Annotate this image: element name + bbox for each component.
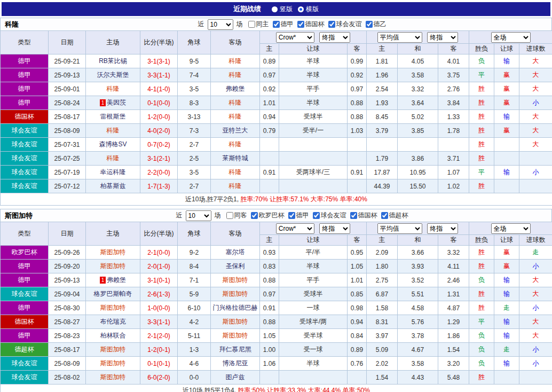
team-link[interactable]: 斯图加特 bbox=[100, 359, 126, 367]
away-team[interactable]: 圣保利 bbox=[211, 260, 260, 273]
team-link[interactable]: 亚特兰大 bbox=[223, 127, 248, 134]
home-team[interactable]: 森博格SV bbox=[86, 138, 140, 152]
away-team[interactable]: 科隆 bbox=[211, 166, 260, 179]
away-team[interactable]: 莱斯特城 bbox=[211, 152, 260, 166]
team-link[interactable]: 门兴格拉德巴赫 bbox=[213, 304, 258, 311]
team-link[interactable]: 弗赖堡 bbox=[107, 276, 126, 284]
filter-同主[interactable]: 同主 bbox=[248, 20, 269, 29]
team-link[interactable]: 科隆 bbox=[229, 113, 242, 120]
home-team[interactable]: 柏林联合 bbox=[86, 329, 140, 343]
away-team[interactable]: 图卢兹 bbox=[211, 371, 260, 385]
team-link[interactable]: 斯图加特 bbox=[223, 318, 248, 325]
away-team[interactable]: 博洛尼亚 bbox=[211, 357, 260, 371]
odds-stage-select[interactable]: 终指 bbox=[319, 32, 350, 43]
team-link[interactable]: 幸运科隆 bbox=[100, 168, 126, 176]
away-team[interactable]: 斯图加特 bbox=[211, 315, 260, 329]
team-link[interactable]: 格罗巴斯帕奇 bbox=[94, 290, 132, 297]
odds-company-select[interactable]: Crow* bbox=[276, 32, 314, 43]
home-team[interactable]: 沃尔夫斯堡 bbox=[86, 68, 140, 82]
team-link[interactable]: 科隆 bbox=[107, 127, 120, 134]
team-link[interactable]: 拜仁慕尼黑 bbox=[219, 346, 251, 353]
home-team[interactable]: 雷根斯堡 bbox=[86, 110, 140, 124]
layout-radio-vertical[interactable]: 竖版 bbox=[272, 5, 293, 14]
filter-欧罗巴杯[interactable]: 欧罗巴杯 bbox=[251, 211, 285, 220]
full-match-select[interactable]: 全场 bbox=[491, 32, 531, 43]
full-match-select[interactable]: 全场 bbox=[491, 223, 531, 234]
team-link[interactable]: 塞尔塔 bbox=[226, 248, 245, 256]
team-link[interactable]: 美因茨 bbox=[107, 99, 126, 106]
home-team[interactable]: 斯图加特 bbox=[86, 343, 140, 357]
filter-checkbox[interactable] bbox=[366, 21, 373, 28]
team-link[interactable]: 斯图加特 bbox=[223, 332, 248, 339]
team-link[interactable]: 斯图加特 bbox=[100, 248, 126, 256]
away-team[interactable]: 塞尔塔 bbox=[211, 246, 260, 260]
team-link[interactable]: 弗赖堡 bbox=[226, 85, 245, 92]
team-link[interactable]: 科隆 bbox=[229, 182, 242, 190]
team-link[interactable]: 科隆 bbox=[229, 99, 242, 106]
home-team[interactable]: 斯图加特 bbox=[86, 371, 140, 385]
away-team[interactable]: 弗赖堡 bbox=[211, 82, 260, 96]
home-team[interactable]: 科隆 bbox=[86, 124, 140, 138]
filter-checkbox[interactable] bbox=[328, 21, 335, 28]
team-link[interactable]: 博洛尼亚 bbox=[223, 359, 248, 367]
match-count-select[interactable]: 10 bbox=[186, 210, 211, 221]
home-team[interactable]: 斯图加特 bbox=[86, 246, 140, 260]
team-link[interactable]: 科隆 bbox=[229, 140, 242, 148]
avg-odds-select[interactable]: 平均值 bbox=[377, 223, 422, 234]
filter-checkbox[interactable] bbox=[297, 21, 304, 28]
team-link[interactable]: 柏基斯兹 bbox=[100, 182, 126, 190]
away-team[interactable]: 斯图加特 bbox=[211, 287, 260, 301]
away-team[interactable]: 科隆 bbox=[211, 179, 260, 193]
filter-德国杯[interactable]: 德国杯 bbox=[297, 20, 325, 29]
avg-stage-select[interactable]: 终指 bbox=[427, 223, 458, 234]
home-team[interactable]: 柏基斯兹 bbox=[86, 179, 140, 193]
team-link[interactable]: 圣保利 bbox=[226, 262, 245, 270]
away-team[interactable]: 拜仁慕尼黑 bbox=[211, 343, 260, 357]
filter-球会友谊[interactable]: 球会友谊 bbox=[328, 20, 362, 29]
home-team[interactable]: 格罗巴斯帕奇 bbox=[86, 287, 140, 301]
team-link[interactable]: 斯图加特 bbox=[100, 262, 126, 270]
team-link[interactable]: 斯图加特 bbox=[223, 276, 248, 284]
team-link[interactable]: 科隆 bbox=[229, 71, 242, 79]
filter-checkbox[interactable] bbox=[226, 212, 233, 219]
away-team[interactable]: 斯图加特 bbox=[211, 273, 260, 287]
filter-德甲[interactable]: 德甲 bbox=[273, 20, 294, 29]
team-link[interactable]: 沃尔夫斯堡 bbox=[97, 71, 129, 79]
home-team[interactable]: 布伦瑞克 bbox=[86, 315, 140, 329]
filter-德乙[interactable]: 德乙 bbox=[366, 20, 387, 29]
team-link[interactable]: 科隆 bbox=[107, 154, 120, 162]
away-team[interactable]: 斯图加特 bbox=[211, 329, 260, 343]
filter-德甲[interactable]: 德甲 bbox=[288, 211, 309, 220]
avg-stage-select[interactable]: 终指 bbox=[427, 32, 458, 43]
filter-同客[interactable]: 同客 bbox=[226, 211, 247, 220]
odds-stage-select[interactable]: 终指 bbox=[319, 223, 350, 234]
home-team[interactable]: 斯图加特 bbox=[86, 357, 140, 371]
team-link[interactable]: 布伦瑞克 bbox=[100, 318, 126, 325]
away-team[interactable]: 科隆 bbox=[211, 68, 260, 82]
home-team[interactable]: RB莱比锡 bbox=[86, 54, 140, 68]
home-team[interactable]: 斯图加特 bbox=[86, 260, 140, 273]
team-link[interactable]: 科隆 bbox=[229, 57, 242, 65]
away-team[interactable]: 科隆 bbox=[211, 110, 260, 124]
team-link[interactable]: 斯图加特 bbox=[100, 304, 126, 311]
home-team[interactable]: 1弗赖堡 bbox=[86, 273, 140, 287]
filter-checkbox[interactable] bbox=[313, 212, 320, 219]
team-link[interactable]: 科隆 bbox=[107, 85, 120, 92]
filter-checkbox[interactable] bbox=[381, 212, 388, 219]
away-team[interactable]: 科隆 bbox=[211, 138, 260, 152]
filter-checkbox[interactable] bbox=[288, 212, 295, 219]
filter-德超杯[interactable]: 德超杯 bbox=[381, 211, 408, 220]
team-link[interactable]: 斯图加特 bbox=[100, 346, 126, 353]
away-team[interactable]: 门兴格拉德巴赫 bbox=[211, 301, 260, 315]
team-link[interactable]: 雷根斯堡 bbox=[100, 113, 126, 120]
team-link[interactable]: 斯图加特 bbox=[100, 373, 126, 381]
away-team[interactable]: 科隆 bbox=[211, 96, 260, 110]
filter-checkbox[interactable] bbox=[251, 212, 258, 219]
team-link[interactable]: 科隆 bbox=[229, 168, 242, 176]
team-link[interactable]: 斯图加特 bbox=[223, 290, 248, 297]
home-team[interactable]: 科隆 bbox=[86, 152, 140, 166]
away-team[interactable]: 科隆 bbox=[211, 54, 260, 68]
team-link[interactable]: 图卢兹 bbox=[226, 373, 245, 381]
odds-company-select[interactable]: Crow* bbox=[276, 223, 314, 234]
home-team[interactable]: 斯图加特 bbox=[86, 301, 140, 315]
